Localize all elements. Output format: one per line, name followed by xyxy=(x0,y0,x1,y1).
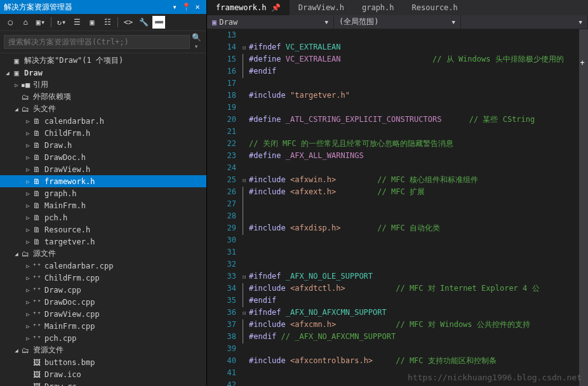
code-line[interactable] xyxy=(243,162,588,174)
tree-item[interactable]: ▷⁺⁺MainFrm.cpp xyxy=(0,320,206,332)
tree-item[interactable]: ▷⁺⁺calendarbar.cpp xyxy=(0,260,206,272)
editor-tab[interactable]: graph.h xyxy=(353,0,403,15)
tree-item[interactable]: 🖼Draw.rc xyxy=(0,380,206,386)
collapse-icon[interactable]: ☷ xyxy=(101,16,114,29)
tree-item[interactable]: ▷🗎Draw.h xyxy=(0,139,206,151)
expand-icon[interactable]: ▷ xyxy=(24,142,32,149)
code-line[interactable]: ⊟#ifndef VC_EXTRALEAN xyxy=(243,41,588,53)
tree-item[interactable]: ▷🗎DrawView.h xyxy=(0,163,206,175)
tree-item[interactable]: ▷⁺⁺pch.cpp xyxy=(0,332,206,344)
expand-icon[interactable]: ▷ xyxy=(24,166,32,173)
code-line[interactable] xyxy=(243,126,588,138)
fold-icon[interactable]: ⊟ xyxy=(243,42,249,54)
expand-icon[interactable]: ▷ xyxy=(24,311,32,317)
scope-project-dropdown[interactable]: ▣ Draw ▼ xyxy=(207,15,334,29)
sync-icon[interactable]: ▣▾ xyxy=(34,16,47,29)
search-input[interactable] xyxy=(4,35,190,49)
expand-icon[interactable]: ▷ xyxy=(24,215,32,221)
tree-item[interactable]: ▷🗎MainFrm.h xyxy=(0,199,206,211)
tree-item[interactable]: ▷🗎targetver.h xyxy=(0,236,206,248)
expand-icon[interactable]: ▷ xyxy=(24,118,32,124)
wrench-icon[interactable]: ➖ xyxy=(152,16,165,29)
code-line[interactable]: #include <afxdtctl.h> // MFC 对 Internet … xyxy=(243,283,588,295)
code-line[interactable]: #include <afxext.h> // MFC 扩展 xyxy=(243,186,588,198)
editor-tab[interactable]: framework.h 📌 xyxy=(207,0,290,15)
scope-member-dropdown[interactable]: ▼ xyxy=(461,15,588,29)
tree-item[interactable]: ◢🗂头文件 xyxy=(0,103,206,115)
expand-icon[interactable]: ◢ xyxy=(13,106,20,112)
expand-icon[interactable]: ▷ xyxy=(24,227,32,233)
code-line[interactable]: // 关闭 MFC 的一些常见且经常可放心忽略的隐藏警告消息 xyxy=(243,138,588,150)
tree-item[interactable]: ▷🗎graph.h xyxy=(0,187,206,199)
tree-item[interactable]: ▷🗎Resource.h xyxy=(0,223,206,236)
code-line[interactable]: #endif xyxy=(243,295,588,307)
expand-icon[interactable]: ▷ xyxy=(24,335,32,342)
expand-icon[interactable]: ▷ xyxy=(24,239,32,245)
tree-item[interactable]: ▷⁺⁺Draw.cpp xyxy=(0,284,206,296)
properties-icon[interactable]: 🔧 xyxy=(137,16,150,29)
code-line[interactable] xyxy=(243,343,588,355)
code-line[interactable] xyxy=(243,198,588,210)
code-line[interactable]: #include <afxdisp.h> // MFC 自动化类 xyxy=(243,222,588,234)
expand-icon[interactable]: ▷ xyxy=(24,323,32,329)
code-line[interactable]: #include "targetver.h" xyxy=(243,90,588,102)
code-line[interactable]: #include <afxcontrolbars.h> // MFC 支持功能区… xyxy=(243,355,588,367)
expand-icon[interactable]: ▷ xyxy=(24,154,32,161)
expand-icon[interactable]: ▷ xyxy=(24,275,32,281)
code-line[interactable] xyxy=(243,246,588,258)
refresh-icon[interactable]: ↻▾ xyxy=(55,16,68,29)
expand-icon[interactable]: ◢ xyxy=(13,251,20,257)
tree-item[interactable]: 🖼buttons.bmp xyxy=(0,356,206,368)
tree-item[interactable]: ▷⁺⁺DrawView.cpp xyxy=(0,308,206,320)
scope-global-dropdown[interactable]: (全局范围) ▼ xyxy=(334,15,461,29)
editor-tab[interactable]: Resource.h xyxy=(403,0,467,15)
home-icon[interactable]: ⌂ xyxy=(19,16,32,29)
code-line[interactable]: #define VC_EXTRALEAN // 从 Windows 头中排除极少… xyxy=(243,53,588,65)
tree-item[interactable]: ▷▪■引用 xyxy=(0,79,206,91)
code-line[interactable] xyxy=(243,77,588,90)
tree-item[interactable]: ◢▣Draw xyxy=(0,67,206,79)
expand-icon[interactable]: ▷ xyxy=(24,263,32,269)
back-icon[interactable]: ◯ xyxy=(4,16,17,29)
code-line[interactable]: ⊟#ifndef _AFX_NO_AFXCMN_SUPPORT xyxy=(243,307,588,319)
split-icon[interactable]: + xyxy=(578,58,587,67)
code-line[interactable] xyxy=(243,210,588,222)
code-line[interactable] xyxy=(243,258,588,270)
code-line[interactable]: #endif xyxy=(243,65,588,77)
tree-item[interactable]: ▷🗎ChildFrm.h xyxy=(0,127,206,139)
code-icon[interactable]: <> xyxy=(122,16,135,29)
fold-icon[interactable]: ⊟ xyxy=(243,271,249,283)
code-line[interactable] xyxy=(243,29,588,41)
tree-item[interactable]: ▷🗎pch.h xyxy=(0,211,206,223)
expand-icon[interactable]: ▷ xyxy=(13,82,20,88)
code-line[interactable] xyxy=(243,102,588,114)
code-content[interactable]: ⊟#ifndef VC_EXTRALEAN #define VC_EXTRALE… xyxy=(243,29,588,386)
expand-icon[interactable]: ▷ xyxy=(24,130,32,136)
tree-item[interactable]: ▷🗎DrawDoc.h xyxy=(0,151,206,163)
search-icon[interactable]: 🔍▾ xyxy=(190,33,203,51)
expand-icon[interactable]: ▷ xyxy=(24,190,32,197)
expand-icon[interactable]: ▷ xyxy=(24,299,32,305)
expand-icon[interactable]: ▷ xyxy=(24,287,32,293)
vertical-scrollbar[interactable] xyxy=(579,29,588,386)
tree-item[interactable]: ◢🗂源文件 xyxy=(0,248,206,260)
close-icon[interactable]: × xyxy=(192,3,203,11)
fold-icon[interactable]: ⊟ xyxy=(243,175,249,187)
tree-item[interactable]: ▣解决方案"Draw"(1 个项目) xyxy=(0,55,206,67)
solution-tree[interactable]: ▣解决方案"Draw"(1 个项目)◢▣Draw▷▪■引用🗂外部依赖项◢🗂头文件… xyxy=(0,53,206,386)
tree-item[interactable]: ▷🗎calendarbar.h xyxy=(0,115,206,127)
code-line[interactable] xyxy=(243,234,588,246)
expand-icon[interactable]: ▷ xyxy=(24,178,32,185)
expand-icon[interactable]: ◢ xyxy=(4,70,11,76)
tree-item[interactable]: ▷⁺⁺DrawDoc.cpp xyxy=(0,296,206,308)
code-line[interactable]: ⊟#include <afxwin.h> // MFC 核心组件和标准组件 xyxy=(243,174,588,186)
fold-icon[interactable]: ⊟ xyxy=(243,307,249,319)
code-line[interactable]: #define _AFX_ALL_WARNINGS xyxy=(243,150,588,162)
expand-icon[interactable]: ◢ xyxy=(13,347,20,354)
code-line[interactable]: #include <afxcmn.h> // MFC 对 Windows 公共控… xyxy=(243,319,588,331)
editor-tab[interactable]: DrawView.h xyxy=(290,0,353,15)
tree-item[interactable]: ▷⁺⁺ChildFrm.cpp xyxy=(0,272,206,284)
code-line[interactable] xyxy=(243,367,588,379)
code-line[interactable]: #define _ATL_CSTRING_EXPLICIT_CONSTRUCTO… xyxy=(243,114,588,126)
code-line[interactable] xyxy=(243,379,588,386)
